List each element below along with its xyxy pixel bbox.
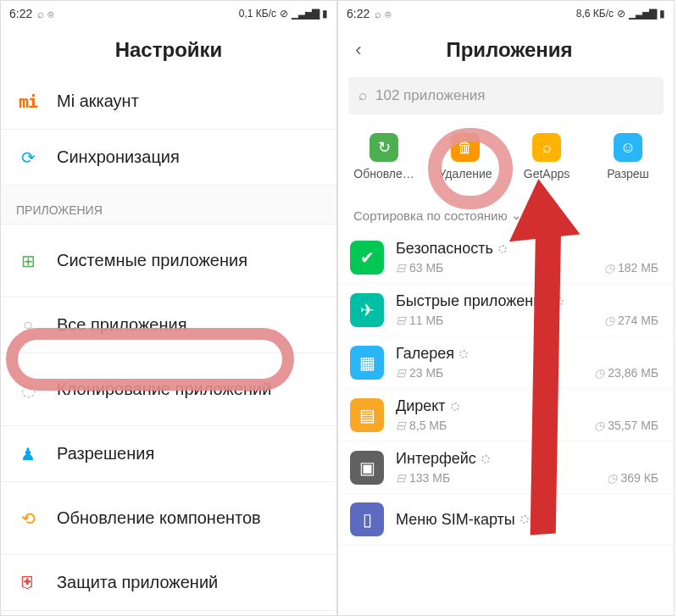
clock-icon bbox=[594, 366, 604, 380]
sort-dropdown[interactable]: Сортировка по состоянию ⌄ bbox=[338, 189, 674, 231]
status-net: 0,1 КБ/с bbox=[239, 8, 276, 19]
row-label: Клонирование приложений bbox=[57, 379, 271, 400]
status-battery-icon: ▮ bbox=[659, 8, 665, 19]
status-net: 8,6 КБ/с bbox=[576, 8, 614, 19]
row-label: Разрешения bbox=[57, 443, 154, 464]
storage-icon bbox=[396, 314, 406, 327]
app-row-direct[interactable]: ▤ Директ 8,5 МБ 35,57 МБ bbox=[338, 389, 674, 441]
clock-icon bbox=[594, 419, 604, 432]
row-system-apps[interactable]: ⊞ Системные приложения bbox=[1, 225, 336, 297]
search-icon: ⌕ bbox=[358, 87, 367, 104]
app-row-security[interactable]: ✔ Безопасность 63 МБ 182 МБ bbox=[338, 231, 674, 284]
app-row-fastapps[interactable]: ✈ Быстрые приложения 11 МБ 274 МБ bbox=[338, 284, 674, 336]
row-report[interactable]: ◷ Отчет bbox=[1, 611, 336, 616]
storage-icon bbox=[396, 419, 406, 432]
sync-icon: ⟳ bbox=[16, 146, 40, 169]
row-component-update[interactable]: ⟲ Обновление компонентов bbox=[1, 482, 336, 555]
tab-update[interactable]: ↻ Обновле… bbox=[343, 133, 425, 180]
tab-uninstall[interactable]: 🗑 Удаление bbox=[425, 133, 506, 180]
app-age: 369 КБ bbox=[620, 471, 659, 485]
app-name: Директ bbox=[396, 397, 446, 415]
search-field[interactable]: ⌕ 102 приложения bbox=[348, 77, 664, 114]
app-name: Галерея bbox=[396, 345, 454, 363]
getapps-icon: ⌕ bbox=[532, 133, 561, 162]
page-title: Приложения bbox=[372, 38, 647, 62]
storage-icon bbox=[396, 366, 406, 380]
status-right: 8,6 КБ/с ⊘ ▁▃▅▇ ▮ bbox=[576, 8, 665, 19]
row-label: Обновление компонентов bbox=[57, 508, 261, 529]
permissions-icon: ♟ bbox=[16, 442, 40, 466]
tab-permissions[interactable]: ☺ Разреш bbox=[587, 133, 669, 180]
row-all-apps[interactable]: ○ Все приложения bbox=[1, 297, 336, 353]
app-size: 11 МБ bbox=[409, 314, 443, 327]
clock-icon bbox=[604, 261, 614, 275]
row-label: Все приложения bbox=[57, 314, 187, 336]
app-row-sim-menu[interactable]: ▯ Меню SIM-карты bbox=[338, 494, 674, 546]
status-battery-icon: ▮ bbox=[322, 8, 328, 19]
update-tab-icon: ↻ bbox=[370, 133, 398, 162]
row-sync[interactable]: ⟳ Синхронизация bbox=[1, 130, 336, 186]
circle-icon: ○ bbox=[16, 314, 40, 337]
page-title: Настройки bbox=[1, 26, 336, 74]
app-icon-interface: ▣ bbox=[350, 451, 384, 485]
apps-header: ‹ Приложения bbox=[338, 26, 674, 74]
app-size: 8,5 МБ bbox=[409, 419, 447, 432]
row-label: Системные приложения bbox=[57, 250, 247, 271]
app-name: Безопасность bbox=[396, 240, 493, 258]
row-mi-account[interactable]: mi Mi аккаунт bbox=[1, 74, 336, 130]
status-left-icons: ⌕ ◎ bbox=[37, 8, 54, 20]
row-label: Защита приложений bbox=[57, 572, 218, 593]
apps-screen: 6:22 ⌕ ◎ 8,6 КБ/с ⊘ ▁▃▅▇ ▮ ‹ Приложения … bbox=[337, 0, 675, 616]
app-name: Быстрые приложения bbox=[396, 292, 550, 310]
row-clone-apps[interactable]: ◌ Клонирование приложений bbox=[1, 353, 336, 426]
storage-icon bbox=[396, 261, 406, 275]
chevron-down-icon: ⌄ bbox=[511, 208, 522, 223]
app-age: 274 МБ bbox=[618, 314, 659, 327]
sort-label: Сортировка по состоянию bbox=[353, 208, 508, 223]
app-age: 35,57 МБ bbox=[608, 419, 659, 432]
clone-icon: ◌ bbox=[16, 378, 40, 402]
app-size: 23 МБ bbox=[409, 366, 443, 380]
row-label: Mi аккаунт bbox=[57, 91, 139, 112]
app-icon-gallery: ▦ bbox=[350, 346, 384, 380]
status-signal-icon: ▁▃▅▇ bbox=[292, 8, 319, 19]
status-bar: 6:22 ⌕ ◎ 8,6 КБ/с ⊘ ▁▃▅▇ ▮ bbox=[338, 1, 674, 26]
settings-screen: 6:22 ⌕ ◎ 0,1 КБ/с ⊘ ▁▃▅▇ ▮ Настройки mi … bbox=[0, 0, 337, 616]
app-row-gallery[interactable]: ▦ Галерея 23 МБ 23,86 МБ bbox=[338, 336, 674, 389]
clock-icon bbox=[604, 314, 614, 327]
tab-label: Удаление bbox=[438, 167, 492, 180]
status-time: 6:22 bbox=[347, 7, 370, 20]
row-permissions[interactable]: ♟ Разрешения bbox=[1, 426, 336, 482]
shield-icon: ⛨ bbox=[16, 571, 40, 595]
loading-icon bbox=[451, 402, 459, 411]
storage-icon bbox=[396, 471, 406, 485]
status-nodata-icon: ⊘ bbox=[617, 8, 625, 19]
status-left-icons: ⌕ ◎ bbox=[375, 8, 392, 20]
app-row-interface[interactable]: ▣ Интерфейс 133 МБ 369 КБ bbox=[338, 441, 674, 494]
permissions-tab-icon: ☺ bbox=[614, 133, 642, 162]
section-header-apps: ПРИЛОЖЕНИЯ bbox=[1, 186, 336, 225]
status-bar: 6:22 ⌕ ◎ 0,1 КБ/с ⊘ ▁▃▅▇ ▮ bbox=[1, 1, 336, 26]
row-label: Синхронизация bbox=[57, 147, 180, 168]
app-name: Меню SIM-карты bbox=[396, 511, 515, 529]
loading-icon bbox=[555, 297, 564, 306]
tab-label: GetApps bbox=[524, 167, 570, 180]
app-size: 133 МБ bbox=[409, 471, 450, 485]
loading-icon bbox=[459, 350, 468, 358]
update-icon: ⟲ bbox=[16, 507, 40, 530]
mi-logo-icon: mi bbox=[16, 90, 40, 114]
app-age: 23,86 МБ bbox=[608, 366, 659, 380]
grid-icon: ⊞ bbox=[16, 249, 40, 273]
category-tabs: ↻ Обновле… 🗑 Удаление ⌕ GetApps ☺ Разреш bbox=[338, 121, 674, 189]
app-icon-security: ✔ bbox=[350, 241, 384, 275]
clock-icon bbox=[607, 471, 617, 485]
loading-icon bbox=[481, 455, 490, 463]
row-app-protection[interactable]: ⛨ Защита приложений bbox=[1, 555, 336, 611]
app-age: 182 МБ bbox=[618, 261, 659, 275]
status-signal-icon: ▁▃▅▇ bbox=[629, 8, 656, 19]
back-button[interactable]: ‹ bbox=[345, 36, 372, 64]
tab-getapps[interactable]: ⌕ GetApps bbox=[506, 133, 587, 180]
loading-icon bbox=[520, 515, 529, 524]
search-placeholder: 102 приложения bbox=[375, 87, 486, 104]
trash-icon: 🗑 bbox=[451, 133, 480, 162]
